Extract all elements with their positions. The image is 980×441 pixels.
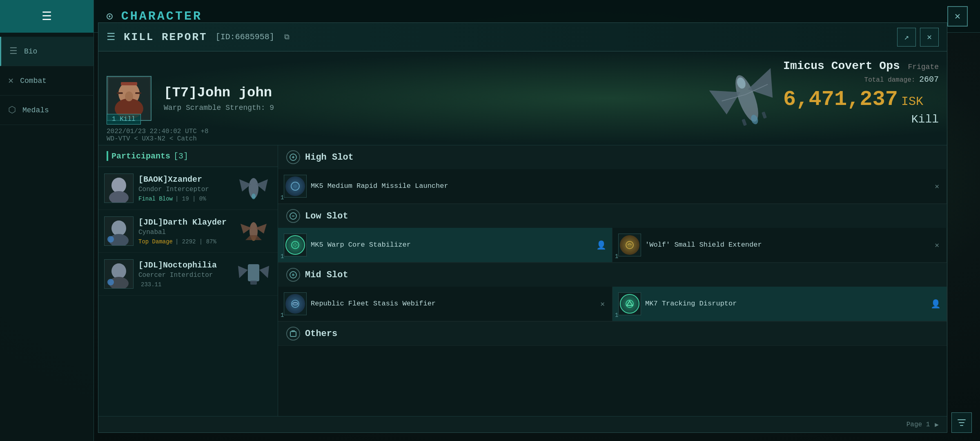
close-button[interactable]: ✕	[947, 6, 968, 27]
participant-info-2: [JDL]Noctophilia Coercer Interdictor 233…	[138, 261, 230, 288]
slot-item[interactable]: 1 Republic Fleet Stas	[278, 287, 612, 321]
high-slot-section: High Slot 1	[278, 145, 947, 204]
svg-point-17	[111, 178, 126, 193]
mid-slot-items: 1 Republic Fleet Stas	[278, 287, 947, 321]
mid-slot-header: Mid Slot	[278, 263, 947, 287]
participant-item[interactable]: [BAOK]Xzander Condor Interceptor Final B…	[98, 167, 278, 210]
svg-rect-4	[135, 92, 141, 94]
low-slot-section: Low Slot 1	[278, 204, 947, 263]
kill-badge: 1 Kill	[107, 114, 141, 125]
participant-avatar-0	[104, 174, 134, 203]
participant-info-1: [JDL]Darth Klayder Cynabal Top Damage | …	[138, 218, 230, 245]
modal-menu-icon[interactable]: ☰	[107, 31, 116, 43]
svg-point-22	[252, 194, 256, 199]
participant-stats-2: 233.11	[141, 281, 161, 288]
item-name-1: MK5 Warp Core Stabilizer	[311, 241, 592, 249]
damage-label: Total damage:	[864, 76, 915, 84]
participants-panel: Participants [3] [BAOK]Xzander Con	[98, 145, 278, 416]
participant-ship-img-0	[235, 176, 272, 200]
participant-item[interactable]: [JDL]Noctophilia Coercer Interdictor 233…	[98, 253, 278, 296]
participant-avatar-1	[104, 216, 134, 246]
participant-info-0: [BAOK]Xzander Condor Interceptor Final B…	[138, 175, 230, 202]
slot-item[interactable]: 1 'Wolf' Small Shield	[612, 228, 947, 263]
participant-badge-0: Final Blow | 19 | 0%	[138, 196, 230, 202]
svg-marker-37	[238, 266, 248, 278]
svg-point-33	[111, 263, 126, 279]
svg-point-45	[294, 243, 297, 247]
item-icon-4	[618, 292, 641, 315]
filter-button[interactable]	[951, 412, 972, 433]
others-section: Others	[278, 322, 947, 346]
low-slot-items: 1	[278, 228, 947, 263]
share-button[interactable]: ↗	[897, 28, 916, 47]
modal-close-icon: ✕	[927, 32, 932, 42]
mid-slot-section: Mid Slot 1	[278, 263, 947, 322]
others-icon	[286, 327, 300, 341]
ship-name: Imicus Covert Ops	[783, 60, 900, 72]
participants-border-accent	[107, 151, 108, 161]
bio-icon: ☰	[9, 46, 18, 57]
high-slot-title: High Slot	[305, 152, 354, 163]
low-slot-header: Low Slot	[278, 204, 947, 228]
high-slot-items: 1 MK5 Medium Rapid Mi	[278, 169, 947, 204]
mid-slot-icon	[286, 268, 300, 282]
sidebar-combat-label: Combat	[20, 77, 47, 85]
modal-close-button[interactable]: ✕	[920, 28, 939, 47]
main-area: ⊙ CHARACTER ✕ ☰ Bio ✕ Combat ⬡ Medals ☰ …	[94, 0, 980, 441]
participant-ship-0: Condor Interceptor	[138, 186, 230, 193]
sidebar-item-combat[interactable]: ✕ Combat	[0, 66, 94, 96]
page-next-arrow[interactable]: ▶	[935, 421, 939, 429]
hero-date: 2022/01/23 22:40:02 UTC +8	[107, 128, 209, 135]
sidebar-item-bio[interactable]: ☰ Bio	[0, 37, 94, 66]
remove-item-0[interactable]: ✕	[933, 180, 941, 192]
page-label: Page 1	[906, 421, 930, 428]
svg-rect-14	[742, 118, 747, 126]
slot-item[interactable]: 1 MK5 Medium Rapid Mi	[278, 169, 947, 204]
participant-stats-0: | 19 | 0%	[175, 196, 206, 202]
slot-item[interactable]: 1 MK7 Tracking Disruptor 👤	[612, 287, 947, 321]
svg-rect-15	[762, 111, 767, 119]
item-icon-0	[284, 175, 307, 198]
participant-badge-2: 233.11	[138, 281, 230, 288]
participant-item[interactable]: [JDL]Darth Klayder Cynabal Top Damage | …	[98, 210, 278, 253]
slot-item[interactable]: 1	[278, 228, 612, 263]
item-icon-circle-4	[620, 294, 639, 314]
hero-location: WD-VTV < UX3-N2 < Catch	[107, 135, 197, 143]
medals-icon: ⬡	[8, 105, 16, 116]
svg-rect-3	[117, 92, 123, 94]
kill-result-label: Kill	[783, 113, 939, 126]
svg-point-35	[107, 279, 114, 285]
item-name-3: Republic Fleet Stasis Webifier	[311, 299, 595, 308]
ship-type: Frigate	[908, 63, 939, 71]
item-icon-circle-3	[285, 294, 305, 314]
copy-icon[interactable]: ⧉	[284, 33, 290, 41]
sidebar-bio-label: Bio	[24, 47, 37, 56]
damage-value: 2607	[919, 75, 939, 84]
modal-title: KILL REPORT	[124, 31, 207, 43]
svg-marker-52	[627, 301, 633, 305]
top-menu-icon[interactable]: ⊙	[106, 9, 113, 23]
sidebar-item-medals[interactable]: ⬡ Medals	[0, 96, 94, 125]
modal-footer: Page 1 ▶	[98, 416, 947, 432]
modal-actions: ↗ ✕	[897, 28, 939, 47]
person-icon-1: 👤	[596, 240, 606, 250]
item-name-4: MK7 Tracking Disruptor	[645, 299, 927, 308]
svg-rect-36	[248, 264, 259, 281]
item-icon-2	[618, 234, 641, 256]
item-name-0: MK5 Medium Rapid Missile Launcher	[311, 182, 929, 191]
item-icon-circle-2	[620, 235, 639, 255]
participants-count: [3]	[174, 151, 188, 161]
svg-marker-38	[259, 266, 269, 278]
page-title: CHARACTER	[121, 9, 202, 23]
modal-body: Participants [3] [BAOK]Xzander Con	[98, 145, 947, 416]
remove-item-3[interactable]: ✕	[599, 298, 606, 310]
ship-stats: Imicus Covert Ops Frigate Total damage: …	[783, 60, 939, 126]
hamburger-icon[interactable]: ☰	[42, 9, 52, 23]
svg-point-42	[294, 185, 297, 188]
svg-rect-6	[121, 82, 137, 85]
svg-rect-39	[250, 281, 257, 285]
participant-name-1: [JDL]Darth Klayder	[138, 218, 230, 227]
participant-ship-2: Coercer Interdictor	[138, 272, 230, 279]
remove-item-2[interactable]: ✕	[933, 239, 941, 251]
item-icon-circle-1	[285, 235, 305, 255]
